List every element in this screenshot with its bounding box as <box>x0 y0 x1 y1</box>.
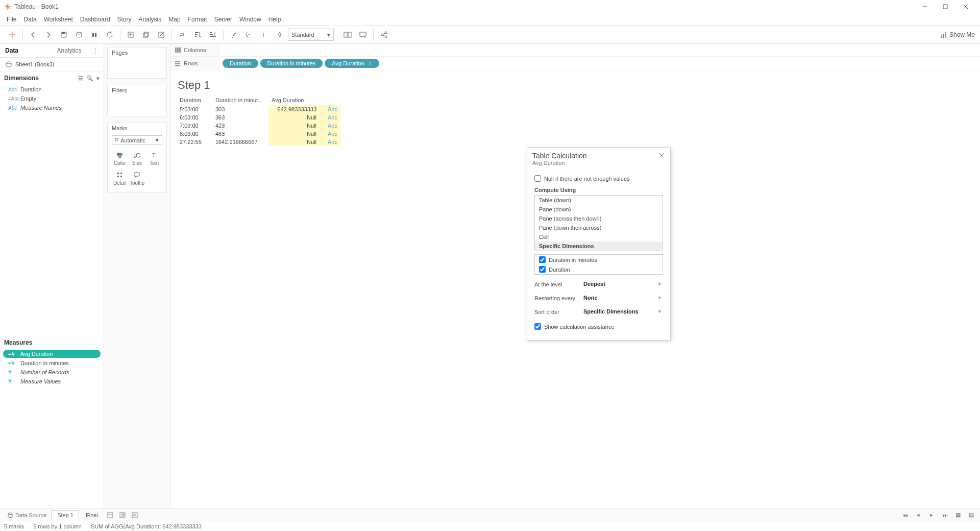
col-header[interactable]: Duration <box>177 96 212 105</box>
new-story-tab[interactable] <box>129 510 140 520</box>
menu-map[interactable]: Map <box>165 16 184 23</box>
show-cards-button[interactable] <box>340 28 355 42</box>
showme-button[interactable]: Show Me <box>940 31 975 38</box>
compute-option[interactable]: Table (down) <box>535 196 663 205</box>
dropdown-icon[interactable]: ▾ <box>96 75 100 82</box>
mark-detail-button[interactable]: Detail <box>112 169 128 188</box>
restart-dropdown[interactable]: None▾ <box>581 294 663 302</box>
filters-card[interactable]: Filters <box>107 85 167 116</box>
dimension-checkbox-input[interactable] <box>539 266 546 273</box>
assist-checkbox-input[interactable] <box>534 323 541 330</box>
assist-checkbox[interactable]: Show calculation assistance <box>534 323 663 330</box>
compute-option[interactable]: Cell <box>535 232 663 242</box>
duplicate-button[interactable] <box>139 28 153 42</box>
sort-dropdown[interactable]: Specific Dimensions▾ <box>581 307 663 316</box>
col-header[interactable]: Avg Duration <box>268 96 320 105</box>
nav-last-icon[interactable]: ⏭ <box>939 510 950 520</box>
rows-shelf[interactable]: Rows Duration Duration in minutes Avg Du… <box>170 57 980 70</box>
new-dashboard-tab[interactable] <box>117 510 128 520</box>
menu-server[interactable]: Server <box>211 16 236 23</box>
compute-option[interactable]: Pane (down then across) <box>535 223 663 232</box>
menu-worksheet[interactable]: Worksheet <box>40 16 77 23</box>
swap-button[interactable] <box>175 28 189 42</box>
viz-title[interactable]: Step 1 <box>178 79 974 92</box>
fit-dropdown[interactable]: Standard ▾ <box>288 29 334 41</box>
tab-analytics[interactable]: Analytics ⋮ <box>52 44 104 57</box>
compute-option[interactable]: Pane (down) <box>535 205 663 214</box>
datasource-row[interactable]: Sheet1 (Book3) <box>0 58 104 71</box>
save-button[interactable] <box>57 28 71 42</box>
mark-tooltip-button[interactable]: Tooltip <box>129 169 145 188</box>
null-checkbox-input[interactable] <box>534 175 541 182</box>
mark-size-button[interactable]: Size <box>129 149 145 168</box>
pages-card[interactable]: Pages <box>107 47 167 79</box>
marks-type-dropdown[interactable]: ⌑ Automatic ▾ <box>112 135 162 145</box>
new-worksheet-button[interactable] <box>124 28 138 42</box>
dialog-title[interactable]: Table Calculation <box>532 152 665 160</box>
labels-button[interactable]: T <box>257 28 272 42</box>
show-filmstrip-icon[interactable]: ▤ <box>966 510 977 520</box>
compute-option[interactable]: Pane (across then down) <box>535 214 663 223</box>
menu-window[interactable]: Window <box>236 16 265 23</box>
row-pill[interactable]: Duration in minutes <box>260 59 323 68</box>
measure-field-active[interactable]: =#Avg Duration <box>3 350 101 358</box>
menu-data[interactable]: Data <box>20 16 40 23</box>
measure-field[interactable]: #Measure Values <box>3 377 101 385</box>
refresh-button[interactable] <box>103 28 117 42</box>
row-pill[interactable]: Avg Duration△ <box>325 59 379 68</box>
menu-story[interactable]: Story <box>114 16 135 23</box>
presentation-button[interactable] <box>356 28 370 42</box>
highlight-button[interactable] <box>227 28 241 42</box>
nav-first-icon[interactable]: ⏮ <box>899 510 911 520</box>
menu-dashboard[interactable]: Dashboard <box>77 16 114 23</box>
menu-help[interactable]: Help <box>265 16 285 23</box>
datasource-tab[interactable]: Data Source <box>3 510 51 520</box>
col-header[interactable]: Duration in minut.. <box>212 96 268 105</box>
new-worksheet-tab[interactable] <box>105 510 116 520</box>
measure-field[interactable]: #Number of Records <box>3 368 101 376</box>
pause-autoupdates-button[interactable] <box>87 28 102 42</box>
menu-file[interactable]: File <box>3 16 20 23</box>
dimension-checkbox-input[interactable] <box>539 256 546 263</box>
compute-option[interactable]: Specific Dimensions <box>535 242 663 251</box>
view-as-icon[interactable]: ☰ <box>78 75 83 82</box>
minimize-button[interactable] <box>915 0 935 13</box>
columns-shelf[interactable]: Columns <box>170 44 980 57</box>
nav-prev-icon[interactable]: ◂ <box>913 510 924 520</box>
dimension-field[interactable]: AbcDuration <box>3 85 101 93</box>
clear-button[interactable] <box>154 28 168 42</box>
menu-format[interactable]: Format <box>184 16 211 23</box>
dimension-check[interactable]: Duration in minutes <box>535 255 663 264</box>
pin-button[interactable] <box>273 28 287 42</box>
mark-text-button[interactable]: TText <box>146 149 162 168</box>
dimension-field[interactable]: =AbcEmpty <box>3 94 101 103</box>
menu-analysis[interactable]: Analysis <box>135 16 165 23</box>
table-row[interactable]: 5:03:00303642.983333333Abc <box>177 105 340 113</box>
dimension-field[interactable]: AbcMeasure Names <box>3 104 101 112</box>
tableau-start-icon[interactable] <box>5 28 19 42</box>
sheet-tab[interactable]: Step 1 <box>52 510 79 520</box>
null-checkbox[interactable]: Null if there are not enough values <box>534 175 663 182</box>
new-datasource-button[interactable] <box>72 28 86 42</box>
table-row[interactable]: 27:22:551642.916666667NullAbc <box>177 138 340 146</box>
show-sheets-icon[interactable]: ▦ <box>952 510 964 520</box>
mark-color-button[interactable]: Color <box>112 149 128 168</box>
find-icon[interactable]: 🔍 <box>86 75 93 82</box>
table-row[interactable]: 7:03:00423NullAbc <box>177 122 340 130</box>
group-button[interactable] <box>242 28 256 42</box>
sheet-tab[interactable]: Final <box>80 510 104 520</box>
dimension-check[interactable]: Duration <box>535 264 663 274</box>
sort-desc-button[interactable] <box>206 28 220 42</box>
close-button[interactable] <box>955 0 976 13</box>
row-pill[interactable]: Duration <box>223 59 258 68</box>
compute-using-listbox[interactable]: Table (down)Pane (down)Pane (across then… <box>534 195 663 251</box>
forward-button[interactable] <box>41 28 56 42</box>
nav-next-icon[interactable]: ▸ <box>926 510 937 520</box>
measure-field[interactable]: =#Duration in minutes <box>3 359 101 367</box>
share-button[interactable] <box>377 28 391 42</box>
table-row[interactable]: 6:03:00363NullAbc <box>177 113 340 122</box>
tab-data[interactable]: Data <box>0 44 52 57</box>
dialog-close-button[interactable] <box>657 151 666 160</box>
at-level-dropdown[interactable]: Deepest▾ <box>581 280 663 288</box>
back-button[interactable] <box>26 28 40 42</box>
